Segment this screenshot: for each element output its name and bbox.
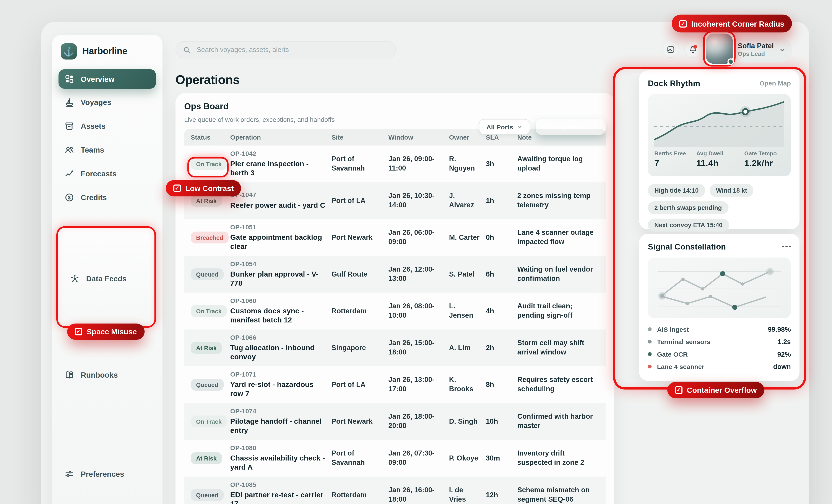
op-site: Port of LA <box>332 196 389 205</box>
highlight-point <box>732 305 737 310</box>
legend-label: AIS ingest <box>657 326 768 333</box>
signal-constellation-card: Signal Constellation <box>639 234 800 381</box>
sidebar-item-overview[interactable]: Overview <box>58 69 156 89</box>
op-note: Storm cell may shift arrival window <box>517 339 606 357</box>
op-owner: L. Jensen <box>449 302 486 320</box>
dock-rhythm-title: Dock Rhythm <box>648 79 700 88</box>
search-input[interactable] <box>196 46 389 54</box>
ops-board-actions: All Ports New Operation <box>479 119 605 135</box>
dock-stats: Berths Free 7 Avg Dwell 11.4h Gate Tempo… <box>654 150 784 168</box>
area-chart <box>654 100 784 147</box>
op-sla: 8h <box>486 380 517 389</box>
screen: ⚓ Harborline Overview <box>0 0 832 504</box>
sidebar-item-voyages[interactable]: Voyages <box>58 93 156 111</box>
op-owner: I. de Vries <box>449 486 486 504</box>
sidebar-item-assets[interactable]: Assets <box>58 117 156 135</box>
new-operation-button[interactable]: New Operation <box>536 119 605 135</box>
column-header: Status <box>184 133 230 141</box>
table-row[interactable]: At Risk OP-1080Chassis availability chec… <box>184 440 605 477</box>
op-owner: P. Okoye <box>449 454 486 463</box>
op-site: Port of Savannah <box>332 155 389 173</box>
table-row[interactable]: Queued OP-1071Yard re-slot - hazardous r… <box>184 366 605 403</box>
legend-dot <box>648 352 652 356</box>
sidebar-item-forecasts[interactable]: Forecasts <box>58 165 156 183</box>
op-window: Jan 26, 08:00-10:00 <box>389 302 449 320</box>
legend-label: Gate OCR <box>657 351 777 358</box>
table-row[interactable]: On Track OP-1042Pier crane inspection - … <box>184 146 605 183</box>
op-id: OP-1080 <box>230 444 326 452</box>
table-row[interactable]: Queued OP-1085EDI partner re-test - carr… <box>184 477 605 504</box>
status-badge: Queued <box>191 379 224 391</box>
op-window: Jan 26, 13:00-17:00 <box>389 375 449 394</box>
info-chip: 2 berth swaps pending <box>648 201 728 214</box>
op-site: Rotterdam <box>332 306 389 315</box>
chart-marker <box>743 109 748 114</box>
table-row[interactable]: Queued OP-1054Bunker plan approval - V-7… <box>184 256 605 293</box>
sidebar-item-data-feeds[interactable]: Data Feeds <box>64 270 151 288</box>
stat-label: Avg Dwell <box>696 150 745 157</box>
sidebar-item-teams[interactable]: Teams <box>58 141 156 159</box>
profile-name: Sofia Patel <box>738 42 774 50</box>
table-row[interactable]: On Track OP-1060Customs docs sync - mani… <box>184 293 605 330</box>
chevron-down-icon <box>593 124 599 130</box>
checkbox-icon: ✓ <box>675 386 682 394</box>
chevron-down-icon <box>517 124 523 130</box>
op-owner: R. Nguyen <box>449 155 486 173</box>
grid-icon <box>64 74 74 84</box>
op-window: Jan 26, 15:00-18:00 <box>389 339 449 357</box>
status-badge: Queued <box>191 489 224 501</box>
op-note: Awaiting torque log upload <box>517 155 606 173</box>
ops-board-title: Ops Board <box>184 102 605 111</box>
table-row[interactable]: Breached OP-1051Gate appointment backlog… <box>184 219 605 256</box>
op-note: Confirmed with harbor master <box>517 412 606 430</box>
sliders-icon <box>64 469 74 479</box>
all-ports-filter[interactable]: All Ports <box>479 119 530 135</box>
sidebar-item-preferences[interactable]: Preferences <box>58 465 156 483</box>
status-badge: On Track <box>191 416 227 427</box>
op-sla: 6h <box>486 270 517 279</box>
ellipsis-icon[interactable] <box>782 243 791 250</box>
sidebar-item-label: Runbooks <box>81 371 118 380</box>
chevron-down-icon <box>779 46 786 53</box>
page-title: Operations <box>176 73 240 87</box>
checkbox-icon: ✓ <box>173 185 181 192</box>
hub-icon <box>70 274 80 283</box>
table-row[interactable]: On Track OP-1074Pilotage handoff - chann… <box>184 403 605 440</box>
op-site: Port of Savannah <box>332 449 389 467</box>
book-icon <box>64 370 74 380</box>
op-sla: 30m <box>486 454 517 463</box>
op-site: Port Newark <box>332 233 389 242</box>
sidebar-nav: Overview Voyages Assets <box>58 69 156 212</box>
search-bar <box>176 41 396 58</box>
op-sla: 12h <box>486 491 517 500</box>
legend-row: Gate OCR 92% <box>648 348 791 361</box>
legend-value: 1.2s <box>778 338 791 345</box>
activity-button[interactable] <box>662 41 679 58</box>
sidebar-item-runbooks[interactable]: Runbooks <box>58 366 156 384</box>
status-badge: Queued <box>191 268 224 280</box>
info-chip: Wind 18 kt <box>709 184 754 197</box>
brand-name: Harborline <box>82 46 127 57</box>
signal-legend: AIS ingest 99.98% Terminal sensors 1.2s … <box>648 323 791 373</box>
legend-label: Lane 4 scanner <box>657 363 773 370</box>
column-header: Site <box>332 133 389 141</box>
op-id: OP-1066 <box>230 334 326 342</box>
ship-icon <box>64 97 74 107</box>
open-map-link[interactable]: Open Map <box>759 79 791 87</box>
legend-label: Terminal sensors <box>657 338 778 345</box>
table-row[interactable]: At Risk OP-1047Reefer power audit - yard… <box>184 183 605 219</box>
stat-value: 7 <box>654 159 696 168</box>
legend-row: AIS ingest 99.98% <box>648 323 791 336</box>
brand: ⚓ Harborline <box>61 43 127 59</box>
table-row[interactable]: At Risk OP-1066Tug allocation - inbound … <box>184 330 605 366</box>
notifications-button[interactable] <box>684 41 702 58</box>
op-sla: 4h <box>486 306 517 315</box>
column-header: Operation <box>230 133 332 141</box>
op-name: Gate appointment backlog clear <box>230 233 326 252</box>
sidebar-item-credits[interactable]: $ Credits <box>58 188 156 207</box>
profile-text: Sofia Patel Ops Lead <box>738 42 774 57</box>
trend-icon <box>64 169 74 178</box>
op-id: OP-1085 <box>230 481 326 489</box>
avatar[interactable] <box>706 33 733 64</box>
dock-rhythm-card: Dock Rhythm Open Map Berths Free 7 <box>639 70 800 229</box>
